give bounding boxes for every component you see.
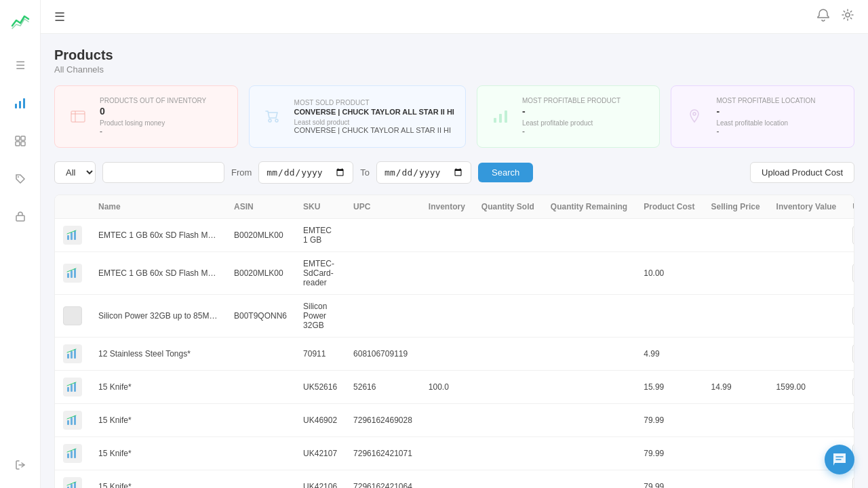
cell-upc: 7296162469028: [345, 404, 420, 437]
to-date-input[interactable]: [376, 161, 471, 184]
svg-rect-26: [74, 268, 76, 278]
cell-product-cost: 15.99: [635, 371, 703, 404]
cell-sku: UK42106: [295, 470, 345, 489]
col-update-cost: Update Cost: [844, 195, 854, 219]
stat-label-sold-top: Most sold product: [294, 99, 454, 106]
search-button[interactable]: Search: [478, 163, 533, 182]
stat-info-sold: Most sold product CONVERSE | CHUCK TAYLO…: [294, 99, 454, 134]
stat-card-inventory: Products out of inventory 0 Product losi…: [54, 85, 238, 148]
svg-rect-32: [67, 387, 69, 392]
cell-inventory: [420, 437, 473, 470]
cell-name: Silicon Power 32GB up to 85MB...: [90, 295, 226, 338]
stat-subvalue-profit: -: [522, 127, 649, 136]
sold-icon: [260, 104, 285, 129]
svg-point-19: [693, 113, 696, 115]
cell-sku: 70911: [295, 338, 345, 371]
svg-rect-34: [74, 382, 76, 392]
svg-rect-33: [71, 384, 73, 392]
edit-cost-button[interactable]: [852, 226, 854, 245]
svg-rect-38: [74, 415, 76, 425]
cell-qty-remaining: [542, 371, 635, 404]
edit-cost-button[interactable]: [852, 378, 854, 396]
svg-rect-17: [499, 114, 502, 123]
cell-inventory: [420, 219, 473, 252]
col-qty-remaining: Quantity Remaining: [542, 195, 635, 219]
stat-value-profit-top: -: [522, 106, 649, 117]
chart-nav-icon[interactable]: [8, 91, 33, 115]
col-thumb: [55, 195, 90, 219]
cell-update-cost[interactable]: [844, 295, 854, 338]
col-asin: ASIN: [226, 195, 295, 219]
notification-icon[interactable]: [816, 8, 830, 25]
edit-cost-button[interactable]: [852, 264, 854, 283]
svg-rect-3: [16, 136, 20, 140]
page-title: Products: [54, 47, 854, 63]
cell-update-cost[interactable]: [844, 371, 854, 404]
cell-thumb: [55, 252, 90, 295]
grid-nav-icon[interactable]: [8, 129, 33, 153]
col-inventory: Inventory: [420, 195, 473, 219]
box-nav-icon[interactable]: [8, 205, 33, 229]
cell-qty-remaining: [542, 470, 635, 489]
edit-cost-button[interactable]: [852, 344, 854, 363]
col-selling-price: Selling Price: [703, 195, 768, 219]
svg-rect-45: [71, 484, 73, 488]
topbar: ☰: [41, 0, 868, 34]
cell-inventory: [420, 338, 473, 371]
col-name: Name: [90, 195, 226, 219]
from-label: From: [231, 167, 252, 178]
cell-upc: 7296162421064: [345, 470, 420, 489]
edit-cost-button[interactable]: [852, 411, 854, 430]
edit-cost-button[interactable]: [852, 477, 854, 488]
upload-product-cost-button[interactable]: Upload Product Cost: [750, 162, 854, 183]
cell-name: 15 Knife*: [90, 437, 226, 470]
cell-upc: 52616: [345, 371, 420, 404]
chat-bubble[interactable]: [825, 445, 854, 474]
hamburger-menu-icon[interactable]: ☰: [8, 53, 33, 77]
table-row: 15 Knife* UK52616 52616 100.0 15.99 14.9…: [55, 371, 854, 404]
from-date-input[interactable]: [258, 161, 353, 184]
cell-product-cost: 79.99: [635, 437, 703, 470]
cell-name: 12 Stainless Steel Tongs*: [90, 338, 226, 371]
table-row: EMTEC 1 GB 60x SD Flash Memor... B0020ML…: [55, 252, 854, 295]
col-inventory-value: Inventory Value: [768, 195, 845, 219]
cell-sku: EMTEC-SdCard-reader: [295, 252, 345, 295]
topbar-left: ☰: [54, 9, 65, 24]
table-row: 15 Knife* UK42106 7296162421064 79.99: [55, 470, 854, 489]
product-thumbnail: [63, 378, 82, 396]
cell-qty-sold: [473, 219, 542, 252]
stat-value-sold-top: CONVERSE | CHUCK TAYLOR ALL STAR II HI: [294, 108, 454, 116]
col-qty-sold: Quantity Sold: [473, 195, 542, 219]
product-thumbnail: [63, 264, 82, 283]
svg-point-14: [269, 119, 271, 122]
menu-toggle-icon[interactable]: ☰: [54, 9, 65, 24]
svg-rect-25: [71, 270, 73, 278]
svg-rect-36: [67, 420, 69, 425]
col-sku: SKU: [295, 195, 345, 219]
svg-rect-42: [74, 449, 76, 458]
cell-update-cost[interactable]: [844, 219, 854, 252]
search-text-input[interactable]: [102, 162, 224, 183]
tag-nav-icon[interactable]: [8, 167, 33, 191]
cell-thumb: [55, 219, 90, 252]
cell-upc: [345, 219, 420, 252]
cell-update-cost[interactable]: [844, 338, 854, 371]
settings-icon[interactable]: [841, 8, 854, 25]
cell-upc: 608106709119: [345, 338, 420, 371]
cell-selling-price: 14.99: [703, 371, 768, 404]
stat-sublabel-inventory: Product losing money: [100, 119, 226, 127]
channel-select[interactable]: All: [54, 161, 96, 184]
edit-cost-button[interactable]: [852, 306, 854, 325]
cell-thumb: [55, 404, 90, 437]
cell-asin: [226, 371, 295, 404]
cell-product-cost: 79.99: [635, 470, 703, 489]
cell-update-cost[interactable]: [844, 404, 854, 437]
topbar-right: [816, 8, 854, 25]
filter-bar: All From To Search Upload Product Cost: [54, 161, 854, 184]
logout-nav-icon[interactable]: [8, 453, 33, 477]
table-body: EMTEC 1 GB 60x SD Flash Memor... B0020ML…: [55, 219, 854, 489]
stat-info-inventory: Products out of inventory 0 Product losi…: [100, 97, 226, 136]
cell-inventory-value: [768, 295, 845, 338]
svg-rect-41: [71, 451, 73, 458]
cell-update-cost[interactable]: [844, 252, 854, 295]
